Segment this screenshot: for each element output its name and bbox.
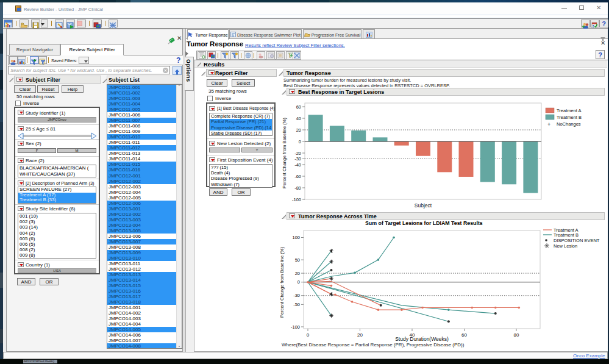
svg-text:0: 0 xyxy=(307,332,310,338)
svg-text:20: 20 xyxy=(357,332,363,338)
svg-text:+: + xyxy=(547,121,550,127)
svg-text:100: 100 xyxy=(292,235,300,240)
svg-text:-30: -30 xyxy=(294,156,301,162)
svg-text:0: 0 xyxy=(297,279,300,285)
svg-text:-80: -80 xyxy=(294,185,301,191)
svg-text:40: 40 xyxy=(296,116,301,121)
svg-text:DISPOSITION EVENT: DISPOSITION EVENT xyxy=(554,238,600,243)
svg-text:60: 60 xyxy=(461,332,467,338)
svg-text:NoChanges: NoChanges xyxy=(557,121,581,127)
svg-text:Treatment A: Treatment A xyxy=(557,108,582,113)
svg-text:Subject: Subject xyxy=(415,202,432,209)
svg-text:20: 20 xyxy=(295,271,300,276)
svg-text:50: 50 xyxy=(295,257,300,263)
svg-text:-100: -100 xyxy=(291,324,300,330)
svg-text:-20: -20 xyxy=(294,151,301,156)
svg-text:Percent Change from Baseline (: Percent Change from Baseline (%) xyxy=(282,118,287,188)
svg-text:-60: -60 xyxy=(294,174,301,179)
svg-text:-30: -30 xyxy=(293,293,300,298)
svg-text:-50: -50 xyxy=(293,302,300,307)
svg-text:80: 80 xyxy=(514,332,519,338)
svg-text:60: 60 xyxy=(296,104,301,110)
svg-text:-40: -40 xyxy=(294,162,301,168)
svg-text:Study Duration(Weeks): Study Duration(Weeks) xyxy=(395,336,449,342)
svg-text:-100: -100 xyxy=(292,197,301,202)
svg-text:20: 20 xyxy=(296,127,301,133)
svg-text:Treatment B: Treatment B xyxy=(554,232,579,238)
svg-text:0: 0 xyxy=(299,139,301,145)
svg-text:New Lesion: New Lesion xyxy=(554,243,577,249)
svg-text:Percent Change from Baseline (: Percent Change from Baseline (%) xyxy=(279,247,285,318)
svg-text:Treatment B: Treatment B xyxy=(557,115,582,120)
